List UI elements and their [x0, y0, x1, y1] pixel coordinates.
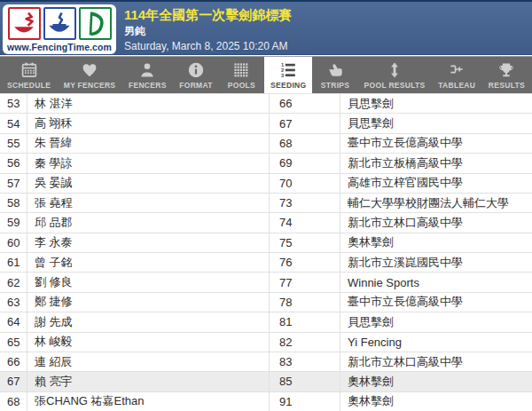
bracket-icon	[448, 61, 466, 79]
rank-cell: 76	[269, 253, 340, 272]
tab-strips[interactable]: STRIPS	[313, 57, 357, 93]
name-cell: 張 堯程	[27, 194, 269, 212]
tab-label: POOL RESULTS	[364, 81, 426, 90]
seed-cell: 53	[0, 94, 27, 113]
rank-cell: 75	[269, 233, 340, 252]
club-cell: Yi Fencing	[340, 333, 532, 352]
fencingtime-page: www.FencingTime.com 114年全國第一次擊劍錦標賽 男鈍 Sa…	[0, 0, 532, 411]
tab-results[interactable]: RESULTS	[482, 57, 531, 93]
tab-pools[interactable]: POOLS	[219, 57, 263, 93]
rank-cell: 68	[269, 134, 340, 153]
club-cell: Winnie Sports	[340, 273, 532, 291]
name-cell: 連 紹辰	[27, 352, 269, 371]
rank-cell: 67	[269, 114, 340, 132]
table-row[interactable]: 57吳 晏誠70高雄市立梓官國民中學	[0, 173, 532, 193]
name-cell: 曾 子銘	[27, 253, 269, 272]
club-cell: 臺中市立長億高級中學	[340, 293, 532, 312]
table-row[interactable]: 58張 堯程73輔仁大學學校財團法人輔仁大學	[0, 193, 532, 212]
seed-cell: 66	[0, 352, 27, 371]
heart-icon	[81, 61, 98, 79]
table-row[interactable]: 66連 紹辰83新北市立林口高級中學	[0, 352, 532, 371]
seed-cell: 64	[0, 312, 27, 331]
table-row[interactable]: 68張CHANG 祐嘉Ethan91奧林擊劍	[0, 391, 532, 411]
table-row[interactable]: 59邱 品郡74新北市立林口高級中學	[0, 212, 532, 232]
tab-schedule[interactable]: SCHEDULE	[1, 57, 57, 93]
tab-label: SEEDING	[270, 81, 306, 90]
name-cell: 林 湛洋	[27, 94, 269, 113]
seed-cell: 68	[0, 392, 27, 411]
tab-fencers[interactable]: FENCERS	[122, 57, 173, 93]
seed-cell: 60	[0, 233, 27, 252]
table-row[interactable]: 56秦 學諒69新北市立板橋高級中學	[0, 153, 532, 172]
fencingtime-logo[interactable]: www.FencingTime.com	[3, 4, 116, 54]
hand-icon	[326, 61, 344, 79]
table-row[interactable]: 53林 湛洋66貝思擊劍	[0, 93, 532, 113]
table-row[interactable]: 63鄭 捷修78臺中市立長億高級中學	[0, 292, 532, 312]
tab-seeding[interactable]: 123SEEDING	[264, 57, 312, 93]
svg-text:3: 3	[281, 73, 285, 78]
seed-cell: 54	[0, 114, 27, 132]
name-cell: 鄭 捷修	[27, 293, 269, 312]
club-cell: 新北市立林口高級中學	[340, 213, 532, 232]
name-cell: 朱 晉緯	[27, 134, 269, 153]
club-cell: 貝思擊劍	[340, 94, 532, 113]
tab-tableau[interactable]: TABLEAU	[432, 57, 481, 93]
tab-pool-results[interactable]: POOL RESULTS	[358, 57, 432, 93]
person-icon	[138, 61, 156, 79]
table-row[interactable]: 64謝 先成81貝思擊劍	[0, 312, 532, 331]
rank-cell: 78	[269, 293, 340, 312]
sabre-icon	[79, 7, 112, 40]
club-cell: 高雄市立梓官國民中學	[340, 174, 532, 193]
rank-cell: 70	[269, 174, 340, 193]
info-icon	[187, 61, 205, 79]
club-cell: 貝思擊劍	[340, 114, 532, 132]
table-row[interactable]: 61曾 子銘76新北市立溪崑國民中學	[0, 252, 532, 272]
seed-cell: 63	[0, 293, 27, 312]
name-cell: 張CHANG 祐嘉Ethan	[27, 392, 269, 411]
toolbar: SCHEDULEMY FENCERSFENCERSFORMATPOOLS123S…	[0, 56, 532, 93]
club-cell: 新北市立林口高級中學	[340, 352, 532, 371]
table-row[interactable]: 55朱 晉緯68臺中市立長億高級中學	[0, 133, 532, 153]
trophy-icon	[497, 61, 515, 79]
tab-my-fencers[interactable]: MY FENCERS	[58, 57, 122, 93]
seed-cell: 61	[0, 253, 27, 272]
table-row[interactable]: 62劉 修良77Winnie Sports	[0, 272, 532, 291]
name-cell: 秦 學諒	[27, 154, 269, 172]
seed-cell: 58	[0, 194, 27, 212]
seed-cell: 57	[0, 174, 27, 193]
club-cell: 新北市立板橋高級中學	[340, 154, 532, 172]
seed-cell: 59	[0, 213, 27, 232]
seed-cell: 56	[0, 154, 27, 172]
tab-label: STRIPS	[321, 81, 350, 90]
epee-icon	[43, 7, 76, 40]
table-row[interactable]: 65林 峻毅82Yi Fencing	[0, 332, 532, 352]
name-cell: 賴 亮宇	[27, 372, 269, 391]
name-cell: 吳 晏誠	[27, 174, 269, 193]
club-cell: 新北市立溪崑國民中學	[340, 253, 532, 272]
tab-label: TABLEAU	[438, 81, 475, 90]
club-cell: 奧林擊劍	[340, 392, 532, 411]
rank-cell: 82	[269, 333, 340, 352]
table-row[interactable]: 54高 翊秝67貝思擊劍	[0, 113, 532, 132]
tab-label: RESULTS	[489, 81, 525, 90]
rank-cell: 77	[269, 273, 340, 291]
rank-cell: 66	[269, 94, 340, 113]
event-title: 114年全國第一次擊劍錦標賽	[124, 6, 292, 23]
tab-label: FENCERS	[129, 81, 167, 90]
event-info: 114年全國第一次擊劍錦標賽 男鈍 Saturday, March 8, 202…	[124, 6, 292, 53]
logo-weapon-icons	[8, 7, 112, 40]
rank-cell: 74	[269, 213, 340, 232]
club-cell: 輔仁大學學校財團法人輔仁大學	[340, 194, 532, 212]
rank-cell: 83	[269, 352, 340, 371]
name-cell: 林 峻毅	[27, 333, 269, 352]
foil-icon	[8, 7, 41, 40]
table-row[interactable]: 60李 永泰75奧林擊劍	[0, 233, 532, 252]
logo-url: www.FencingTime.com	[7, 42, 112, 52]
seed-cell: 65	[0, 333, 27, 352]
tab-label: MY FENCERS	[64, 81, 116, 90]
club-cell: 奧林擊劍	[340, 372, 532, 391]
table-row[interactable]: 67賴 亮宇85奧林擊劍	[0, 371, 532, 391]
tab-format[interactable]: FORMAT	[173, 57, 219, 93]
event-name: 男鈍	[124, 24, 292, 39]
seed-cell: 62	[0, 273, 27, 291]
